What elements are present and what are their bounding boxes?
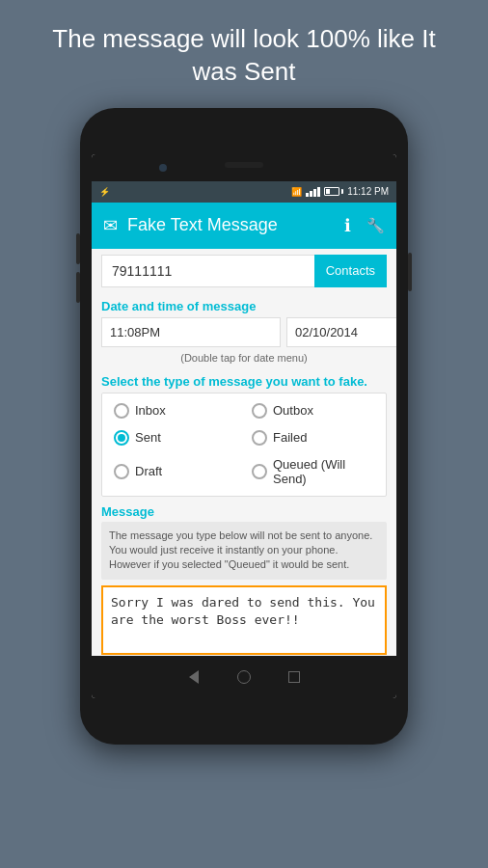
date-input[interactable]	[286, 317, 396, 347]
message-input[interactable]: Sorry I was dared to send this. You are …	[101, 585, 387, 656]
radio-label-outbox: Outbox	[273, 403, 313, 418]
radio-label-inbox: Inbox	[135, 403, 166, 418]
date-time-row	[92, 315, 396, 349]
status-left: ⚡	[99, 187, 110, 197]
double-tap-hint: (Double tap for date menu)	[92, 349, 396, 368]
status-right: 📶 11:12 PM	[291, 186, 389, 197]
power-button	[408, 253, 412, 291]
radio-circle-failed	[252, 430, 267, 446]
radio-inbox[interactable]: Inbox	[106, 399, 244, 422]
battery-icon	[324, 187, 343, 196]
time-input[interactable]	[101, 317, 281, 347]
message-hint: The message you type below will not be s…	[101, 522, 387, 580]
radio-sent[interactable]: Sent	[106, 426, 244, 449]
info-icon[interactable]: ℹ	[344, 215, 351, 236]
nav-bar	[92, 656, 396, 698]
wifi-icon: 📶	[291, 187, 302, 197]
volume-up-button	[76, 233, 80, 264]
app-content: Contacts Date and time of message (Doubl…	[92, 249, 396, 656]
radio-outbox[interactable]: Outbox	[244, 399, 382, 422]
radio-circle-outbox	[252, 403, 267, 419]
envelope-icon: ✉	[103, 215, 118, 236]
header-text: The message will look 100% like It was S…	[0, 0, 488, 108]
usb-icon: ⚡	[99, 187, 110, 197]
home-button[interactable]	[234, 667, 254, 687]
radio-draft[interactable]: Draft	[106, 453, 244, 490]
radio-circle-draft	[114, 464, 129, 479]
radio-grid: Inbox Outbox Sent	[106, 399, 382, 490]
phone-number-row: Contacts	[101, 255, 387, 287]
radio-label-queued: Queued (Will Send)	[273, 457, 374, 486]
settings-icon[interactable]: 🔧	[366, 217, 385, 234]
phone-body: ⚡ 📶	[80, 108, 408, 745]
status-bar: ⚡ 📶	[92, 181, 396, 203]
back-button[interactable]	[184, 667, 203, 687]
radio-label-draft: Draft	[135, 464, 162, 478]
radio-queued[interactable]: Queued (Will Send)	[244, 453, 382, 490]
radio-section: Inbox Outbox Sent	[101, 393, 387, 497]
radio-circle-inbox	[114, 403, 129, 419]
message-label: Message	[92, 497, 396, 522]
radio-circle-queued	[252, 464, 267, 479]
select-type-label: Select the type of message you want to f…	[92, 368, 396, 393]
time-display: 11:12 PM	[347, 186, 389, 197]
radio-label-sent: Sent	[135, 430, 161, 445]
volume-down-button	[76, 272, 80, 303]
datetime-label: Date and time of message	[92, 293, 396, 315]
phone-mockup: ⚡ 📶	[80, 108, 408, 745]
radio-circle-sent	[114, 430, 129, 446]
app-bar-actions: ℹ 🔧	[344, 215, 385, 236]
recents-button[interactable]	[285, 667, 304, 687]
phone-screen: ⚡ 📶	[92, 154, 396, 698]
app-title: Fake Text Message	[127, 215, 335, 235]
radio-label-failed: Failed	[273, 430, 307, 445]
phone-number-input[interactable]	[101, 255, 314, 287]
signal-icon	[306, 187, 320, 197]
app-bar: ✉ Fake Text Message ℹ 🔧	[92, 203, 396, 249]
contacts-button[interactable]: Contacts	[314, 255, 387, 287]
radio-failed[interactable]: Failed	[244, 426, 382, 449]
